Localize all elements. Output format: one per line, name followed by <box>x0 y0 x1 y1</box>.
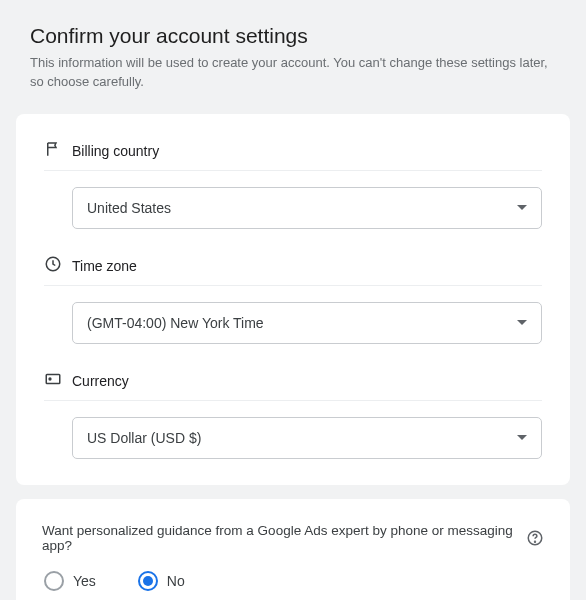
radio-dot-icon <box>143 576 153 586</box>
svg-point-2 <box>48 377 51 380</box>
currency-header: Currency <box>44 370 542 401</box>
billing-country-field: Billing country United States <box>44 140 542 229</box>
chevron-down-icon <box>517 435 527 440</box>
time-zone-value: (GMT-04:00) New York Time <box>87 315 264 331</box>
chevron-down-icon <box>517 205 527 210</box>
guidance-radio-group: Yes No <box>42 571 544 591</box>
billing-country-value: United States <box>87 200 171 216</box>
settings-card: Billing country United States Time zone … <box>16 114 570 485</box>
time-zone-label: Time zone <box>72 258 137 274</box>
currency-value: US Dollar (USD $) <box>87 430 201 446</box>
guidance-question-row: Want personalized guidance from a Google… <box>42 523 544 553</box>
guidance-card: Want personalized guidance from a Google… <box>16 499 570 600</box>
radio-option-no[interactable]: No <box>138 571 185 591</box>
flag-icon <box>44 140 62 162</box>
billing-country-label: Billing country <box>72 143 159 159</box>
currency-field: Currency US Dollar (USD $) <box>44 370 542 459</box>
radio-label-no: No <box>167 573 185 589</box>
page-subtitle: This information will be used to create … <box>16 54 570 92</box>
radio-label-yes: Yes <box>73 573 96 589</box>
time-zone-header: Time zone <box>44 255 542 286</box>
guidance-question: Want personalized guidance from a Google… <box>42 523 526 553</box>
page-title: Confirm your account settings <box>16 24 570 48</box>
currency-select[interactable]: US Dollar (USD $) <box>72 417 542 459</box>
svg-point-4 <box>535 541 536 542</box>
radio-circle-icon <box>44 571 64 591</box>
currency-icon <box>44 370 62 392</box>
billing-country-header: Billing country <box>44 140 542 171</box>
currency-label: Currency <box>72 373 129 389</box>
time-zone-field: Time zone (GMT-04:00) New York Time <box>44 255 542 344</box>
help-icon[interactable] <box>526 529 544 547</box>
radio-option-yes[interactable]: Yes <box>44 571 96 591</box>
clock-icon <box>44 255 62 277</box>
svg-rect-1 <box>46 374 60 383</box>
billing-country-select[interactable]: United States <box>72 187 542 229</box>
time-zone-select[interactable]: (GMT-04:00) New York Time <box>72 302 542 344</box>
radio-circle-icon <box>138 571 158 591</box>
chevron-down-icon <box>517 320 527 325</box>
